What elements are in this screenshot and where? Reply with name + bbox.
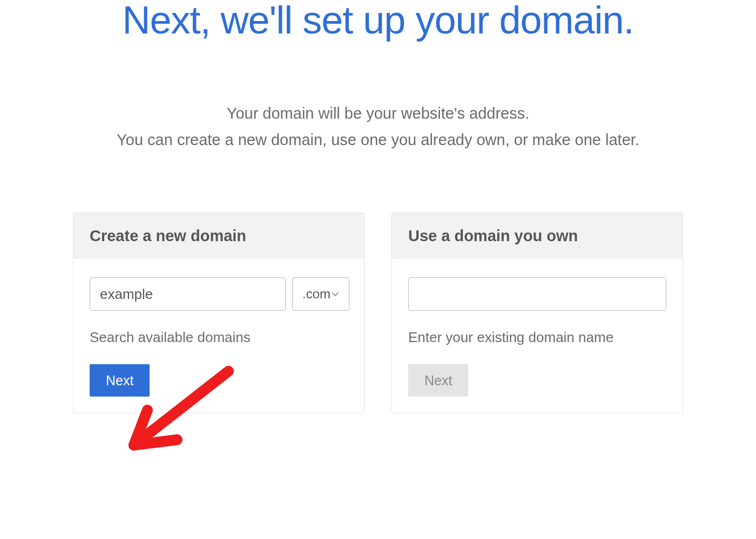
own-domain-header: Use a domain you own (392, 213, 683, 259)
svg-line-2 (134, 440, 177, 445)
own-domain-next-button[interactable]: Next (408, 364, 468, 397)
own-domain-helper: Enter your existing domain name (408, 329, 666, 346)
subtext-line-1: Your domain will be your website's addre… (0, 100, 756, 127)
subtext-line-2: You can create a new domain, use one you… (0, 127, 756, 153)
page-subtext: Your domain will be your website's addre… (0, 100, 756, 154)
page-title: Next, we'll set up your domain. (108, 0, 648, 41)
tld-selected-label: .com (302, 286, 330, 302)
svg-line-1 (134, 410, 147, 445)
create-domain-header: Create a new domain (73, 213, 364, 259)
create-domain-helper: Search available domains (90, 329, 348, 346)
tld-select[interactable]: .com (292, 277, 349, 311)
create-domain-card: Create a new domain .com Search availabl… (73, 213, 364, 413)
create-domain-next-button[interactable]: Next (90, 364, 150, 397)
chevron-down-icon (330, 289, 340, 299)
new-domain-input[interactable] (90, 277, 286, 311)
existing-domain-input[interactable] (408, 277, 666, 311)
own-domain-card: Use a domain you own Enter your existing… (392, 213, 683, 413)
